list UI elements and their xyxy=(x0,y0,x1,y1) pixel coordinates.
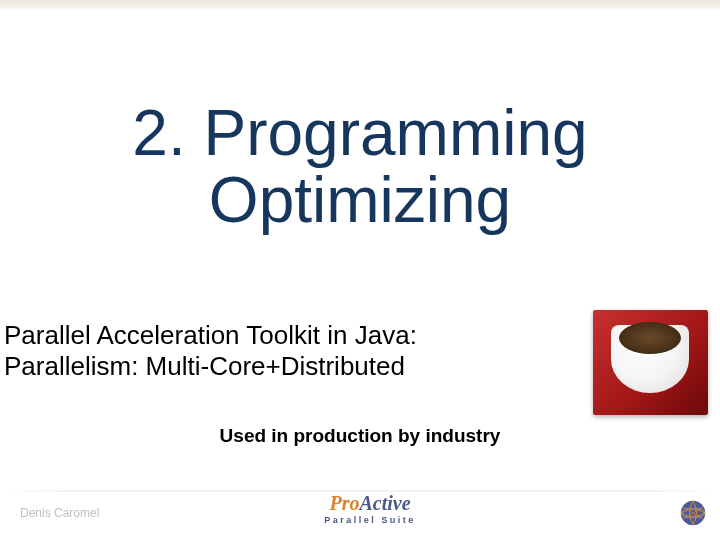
title-line-1: 2. Programming xyxy=(0,100,720,167)
title-line-2: Optimizing xyxy=(0,167,720,234)
logo-main: ProActive xyxy=(295,492,445,515)
footer-author: Denis Caromel xyxy=(20,506,99,520)
title-block: 2. Programming Optimizing xyxy=(0,100,720,234)
top-decorative-band xyxy=(0,0,720,10)
coffee-beans-image xyxy=(593,310,708,415)
tagline-block: Used in production by industry xyxy=(0,425,720,447)
logo-part-2: Active xyxy=(359,492,410,514)
logo-subtitle: Parallel Suite xyxy=(295,515,445,525)
tagline-text: Used in production by industry xyxy=(220,425,501,446)
logo-part-1: Pro xyxy=(329,492,359,514)
globe-icon xyxy=(678,498,708,528)
footer-logo: ProActive Parallel Suite xyxy=(295,492,445,532)
coffee-beans-graphic xyxy=(619,322,681,354)
